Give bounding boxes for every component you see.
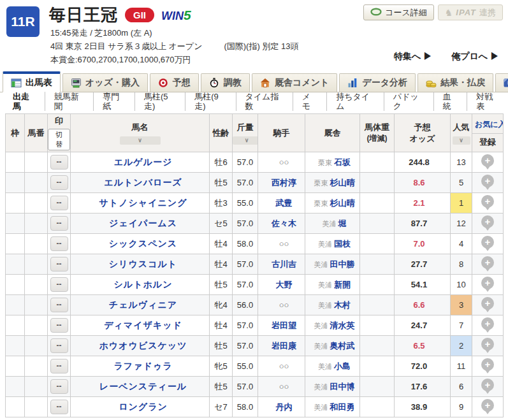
trainer-link[interactable]: 堀 — [338, 219, 347, 228]
jockey-link[interactable]: 武豊 — [276, 198, 293, 208]
trainer-link[interactable]: 和田勇 — [330, 402, 355, 412]
mark-toggle-button[interactable]: -- — [50, 277, 68, 292]
favorite-add-button plus-pin-icon[interactable] — [481, 358, 494, 371]
jockey-link[interactable]: 大野 — [276, 280, 293, 289]
sort-bamei-button chevron-down-icon[interactable] — [120, 136, 161, 145]
trainer-link[interactable]: 小島 — [334, 361, 351, 371]
mark-toggle-button[interactable]: -- — [50, 400, 68, 414]
horse-name-link[interactable]: ロングラン — [119, 402, 168, 412]
header-umaban: 馬番 — [25, 114, 48, 152]
tab-odds-kounyu[interactable]: オッズ・購入 — [62, 73, 148, 92]
mark-toggle-button[interactable]: -- — [50, 155, 68, 170]
favorite-add-button plus-pin-icon[interactable] — [481, 215, 494, 228]
subnav-item-paddock[interactable]: パドック — [384, 92, 433, 111]
cell-seirei: 牡6 — [210, 152, 233, 173]
jockey-link[interactable]: 西村淳 — [272, 178, 296, 187]
trainer-link[interactable]: 新開 — [334, 280, 351, 289]
favorite-add-button plus-pin-icon[interactable] — [481, 317, 494, 330]
mark-toggle-button[interactable]: -- — [50, 236, 68, 251]
cell-bamei: チェルヴィニア — [71, 295, 210, 315]
favorite-add-button plus-pin-icon[interactable] — [481, 256, 494, 269]
sort-kinryo-button chevron-down-icon[interactable] — [233, 136, 258, 145]
ipat-link-button[interactable]: IPAT 連携 — [438, 4, 503, 20]
favorite-add-button plus-pin-icon[interactable] — [481, 379, 494, 391]
tokushu-link[interactable]: 特集へ ▶ — [394, 51, 432, 62]
horse-name-link[interactable]: サトノシャイニング — [99, 198, 187, 208]
favorite-add-button plus-pin-icon[interactable] — [481, 297, 494, 310]
favorite-add-button plus-pin-icon[interactable] — [481, 175, 494, 187]
tab-shutsubahyo[interactable]: 出馬表 — [3, 71, 61, 92]
sort-ninki-button chevron-down-icon[interactable] — [453, 136, 470, 145]
trainer-link[interactable]: 田中博 — [330, 382, 355, 391]
orepro-link[interactable]: 俺プロへ ▶ — [451, 51, 499, 62]
mark-toggle-button[interactable]: -- — [50, 379, 68, 394]
horse-name-link[interactable]: ホウオウビスケッツ — [99, 340, 187, 351]
trainer-link[interactable]: 石坂 — [334, 157, 351, 167]
subnav-item-umabashira-5[interactable]: 馬柱(5走) — [134, 92, 185, 111]
jockey-link[interactable]: 古川吉 — [272, 259, 296, 269]
cell-umaban — [25, 214, 48, 234]
horse-name-link[interactable]: シリウスコルト — [109, 259, 177, 269]
jockey-link[interactable]: 丹内 — [276, 402, 293, 412]
tab-race-video[interactable] — [495, 73, 508, 92]
jockey-link[interactable]: 佐々木 — [272, 219, 296, 228]
cell-bamei: シックスペンス — [71, 234, 210, 254]
mark-toggle-button[interactable]: -- — [50, 216, 68, 231]
tab-kekka-haraimodoshi[interactable]: 結果・払戻 — [417, 73, 493, 92]
horse-name-link[interactable]: ディマイザキッド — [104, 320, 182, 330]
horse-name-link[interactable]: エルゲルージ — [114, 157, 173, 167]
favorite-add-button plus-pin-icon[interactable] — [481, 277, 494, 289]
tab-kyusha-comment[interactable]: 厩舎コメント — [252, 73, 337, 92]
course-detail-button[interactable]: コース詳細 — [363, 4, 434, 20]
subnav-item-umabashira-9[interactable]: 馬柱(9走) — [185, 92, 235, 111]
favorite-add-button plus-pin-icon[interactable] — [481, 154, 494, 167]
favorite-add-button plus-pin-icon[interactable] — [481, 338, 494, 351]
mark-toggle-button[interactable]: -- — [50, 359, 68, 373]
subnav-item-semmonshi[interactable]: 専門紙 — [93, 92, 134, 111]
subnav-item-mochi-time[interactable]: 持ちタイム — [326, 92, 384, 111]
tab-yoso[interactable]: 予想 — [150, 73, 199, 92]
horse-name-link[interactable]: ラファドゥラ — [114, 361, 173, 371]
tab-chokyo[interactable]: 調教 — [201, 73, 250, 92]
subnav-item-shussoba[interactable]: 出走馬 — [4, 92, 45, 111]
cell-kishu: 武豊 — [258, 193, 305, 214]
trainer-link[interactable]: 国枝 — [334, 239, 351, 249]
trainer-link[interactable]: 杉山晴 — [330, 178, 355, 187]
subnav-item-kettou[interactable]: 血統 — [433, 92, 467, 111]
favorite-add-button plus-pin-icon[interactable] — [481, 399, 494, 412]
mark-toggle-button[interactable]: -- — [50, 338, 68, 353]
cell-ninki: 3 — [451, 295, 472, 315]
cell-kishu: ○○ — [258, 234, 305, 254]
favorite-add-button plus-pin-icon[interactable] — [481, 195, 494, 208]
jockey-link[interactable]: 岩田望 — [272, 321, 296, 330]
subnav-item-time-shisu[interactable]: タイム指数 — [236, 92, 293, 111]
cell-shirushi: -- — [48, 315, 71, 336]
cell-umaban — [25, 275, 48, 295]
mark-toggle-button[interactable]: -- — [50, 298, 68, 312]
trainer-link[interactable]: 田中勝 — [330, 259, 355, 269]
favorite-add-button plus-pin-icon[interactable] — [481, 236, 494, 249]
cell-seirei: 牡4 — [210, 234, 233, 254]
trainer-link[interactable]: 奥村武 — [330, 341, 355, 351]
horse-name-link[interactable]: ジェイパームス — [109, 218, 177, 228]
horse-name-link[interactable]: チェルヴィニア — [109, 300, 177, 310]
horse-name-link[interactable]: エルトンバローズ — [104, 177, 182, 187]
tab-data-bunseki[interactable]: データ分析 — [339, 73, 416, 92]
subnav-item-taisenhyo[interactable]: 対戦表 — [467, 92, 508, 111]
subnav-item-keiba-shimbun[interactable]: 競馬新聞 — [45, 92, 94, 111]
mark-toggle-button[interactable]: -- — [50, 175, 68, 190]
trainer-link[interactable]: 木村 — [334, 300, 351, 310]
mark-switch-button[interactable]: 切替 — [48, 129, 70, 150]
mark-toggle-button[interactable]: -- — [50, 257, 68, 272]
trainer-link[interactable]: 杉山晴 — [330, 198, 355, 208]
mark-toggle-button[interactable]: -- — [50, 196, 68, 210]
horse-name-link[interactable]: シックスペンス — [109, 238, 177, 249]
jockey-link[interactable]: 岩田康 — [272, 341, 296, 351]
cell-kinryo: 58.0 — [233, 397, 258, 417]
trainer-link[interactable]: 清水英 — [330, 321, 355, 330]
horse-name-link[interactable]: レーベンスティール — [99, 381, 187, 391]
subnav-item-memo[interactable]: メモ — [293, 92, 326, 111]
mark-toggle-button[interactable]: -- — [50, 318, 68, 333]
horse-name-link[interactable]: シルトホルン — [114, 279, 173, 289]
table-row: --エルゲルージ牡657.0○○栗東石坂244.813 — [6, 152, 504, 173]
